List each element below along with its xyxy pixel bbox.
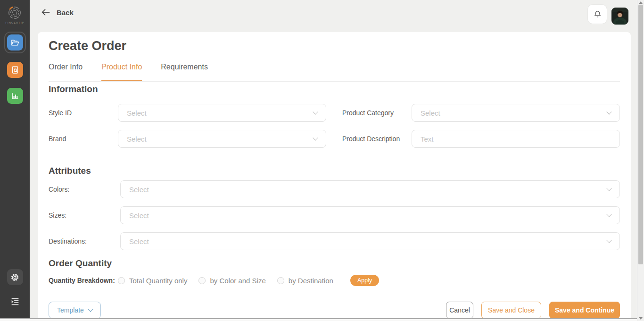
form-footer: Template Cancel Save and Close Save and … xyxy=(49,302,620,319)
radio-icon xyxy=(118,277,125,284)
apply-button[interactable]: Apply xyxy=(350,275,379,286)
colors-label: Colors: xyxy=(49,186,120,193)
attributes-heading: Attributes xyxy=(49,166,620,176)
sidebar-item-expand-menu[interactable] xyxy=(7,294,23,310)
order-quantity-heading: Order Quantity xyxy=(49,258,620,269)
scroll-down-arrow-icon[interactable] xyxy=(639,317,643,320)
app-logo: FINGERTIP xyxy=(5,6,24,24)
product-description-input[interactable] xyxy=(412,130,620,148)
template-button[interactable]: Template xyxy=(49,302,101,319)
radio-icon xyxy=(277,277,284,284)
bell-icon xyxy=(593,10,602,19)
quantity-breakdown-label: Quantity Breakdown: xyxy=(49,277,118,284)
colors-select[interactable]: Select xyxy=(120,180,620,198)
sizes-label: Sizes: xyxy=(49,211,120,219)
chevron-down-icon xyxy=(606,237,611,243)
chevron-down-icon xyxy=(313,135,318,140)
style-id-select[interactable]: Select xyxy=(118,104,326,122)
chevron-down-icon xyxy=(606,186,611,191)
sidebar-item-documents[interactable] xyxy=(7,62,23,78)
avatar-image xyxy=(611,8,628,25)
quantity-breakdown-row: Quantity Breakdown: Total Quantity only … xyxy=(49,275,620,286)
chevron-down-icon xyxy=(313,109,318,114)
sidebar-item-settings[interactable] xyxy=(7,269,23,285)
bar-chart-icon xyxy=(10,91,20,101)
folder-open-icon xyxy=(10,38,20,47)
create-order-card: Create Order Order Info Product Info Req… xyxy=(38,32,631,318)
product-category-label: Product Category xyxy=(342,109,412,117)
sidebar-item-reports[interactable] xyxy=(7,88,23,104)
tab-bar: Order Info Product Info Requirements xyxy=(49,63,620,82)
radio-by-destination[interactable]: by Destination xyxy=(277,277,333,285)
menu-unfold-icon xyxy=(10,296,20,307)
chevron-down-icon xyxy=(606,109,611,114)
sidebar-item-orders[interactable] xyxy=(4,32,26,53)
radio-by-color-and-size[interactable]: by Color and Size xyxy=(198,277,265,285)
app-logo-text: FINGERTIP xyxy=(5,21,24,24)
gear-icon xyxy=(10,272,20,282)
destinations-label: Destinations: xyxy=(49,237,120,245)
user-avatar[interactable] xyxy=(611,8,628,25)
sidebar: FINGERTIP xyxy=(0,0,30,318)
scrollbar-thumb[interactable] xyxy=(638,5,643,264)
tab-requirements[interactable]: Requirements xyxy=(161,63,208,81)
fingerprint-logo-icon xyxy=(8,6,22,20)
save-and-continue-button[interactable]: Save and Continue xyxy=(549,302,620,319)
chevron-down-icon xyxy=(606,211,611,217)
arrow-left-icon xyxy=(41,8,51,17)
cancel-button[interactable]: Cancel xyxy=(446,302,473,319)
destinations-select[interactable]: Select xyxy=(120,232,620,250)
brand-select[interactable]: Select xyxy=(118,130,326,148)
window-bottom-edge xyxy=(0,318,644,321)
product-description-label: Product Description xyxy=(342,135,412,143)
notifications-button[interactable] xyxy=(588,5,607,24)
product-category-select[interactable]: Select xyxy=(412,104,620,122)
sizes-select[interactable]: Select xyxy=(120,206,620,224)
page-scrollbar[interactable] xyxy=(637,0,644,321)
document-search-icon xyxy=(10,65,20,75)
radio-icon xyxy=(198,277,206,284)
information-grid: Style ID Select Brand Select Product Cat… xyxy=(49,104,620,156)
back-label: Back xyxy=(57,8,74,17)
save-and-close-button[interactable]: Save and Close xyxy=(481,302,541,319)
page-title: Create Order xyxy=(49,39,620,53)
tab-order-info[interactable]: Order Info xyxy=(49,63,83,81)
style-id-label: Style ID xyxy=(49,109,118,117)
scroll-up-arrow-icon[interactable] xyxy=(639,1,643,4)
tab-product-info[interactable]: Product Info xyxy=(101,63,142,81)
radio-total-quantity-only[interactable]: Total Quantity only xyxy=(118,277,187,285)
information-heading: Information xyxy=(49,84,620,94)
brand-label: Brand xyxy=(49,135,118,143)
back-button[interactable]: Back xyxy=(41,8,74,17)
chevron-down-icon xyxy=(88,306,93,312)
